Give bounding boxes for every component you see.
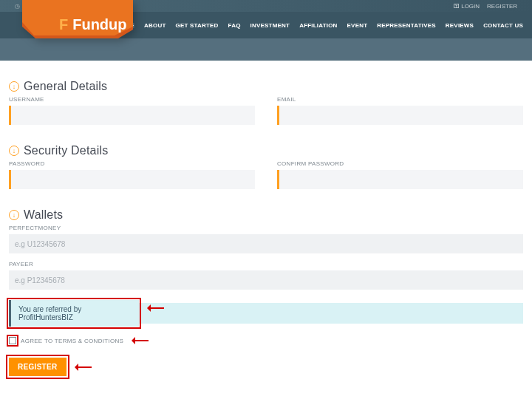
nav-event[interactable]: EVENT: [347, 22, 368, 29]
down-arrow-circle-icon: ↓: [9, 146, 19, 156]
confirm-password-input[interactable]: [277, 170, 523, 189]
login-label: LOGIN: [461, 3, 480, 10]
clock-icon: [15, 3, 22, 10]
register-button[interactable]: REGISTER: [9, 358, 66, 376]
email-label: EMAIL: [277, 96, 523, 103]
password-label: PASSWORD: [9, 160, 255, 167]
agree-checkbox[interactable]: [9, 337, 16, 344]
annotation-arrow-icon: [71, 364, 92, 371]
annotation-arrow-icon: [128, 337, 149, 344]
logo-text: F Fundup: [59, 16, 127, 33]
section-wallets-title: Wallets: [24, 208, 63, 222]
down-arrow-circle-icon: ↓: [9, 210, 19, 220]
logo[interactable]: F Fundup: [22, 0, 133, 46]
section-security-heading: ↓ Security Details: [9, 144, 523, 157]
perfectmoney-input[interactable]: e.g U12345678: [9, 234, 523, 253]
logo-name: Fundup: [72, 16, 126, 33]
register-link[interactable]: REGISTER: [487, 3, 517, 10]
section-security-title: Security Details: [24, 144, 108, 157]
top-auth-links: LOGIN REGISTER: [454, 3, 517, 10]
section-general-heading: ↓ General Details: [9, 80, 523, 93]
referral-notice: You are referred by ProfitHuntersBIZ: [9, 300, 139, 327]
nav-investment[interactable]: INVESTMENT: [250, 22, 290, 29]
nav-affiliation[interactable]: AFFILIATION: [299, 22, 337, 29]
email-input[interactable]: [277, 106, 523, 125]
username-label: USERNAME: [9, 96, 255, 103]
password-input[interactable]: [9, 170, 255, 189]
perfectmoney-label: PERFECTMONEY: [9, 225, 523, 231]
nav-faq[interactable]: FAQ: [228, 22, 241, 29]
payeer-label: PAYEER: [9, 261, 523, 267]
agree-label: AGREE TO TERMS & CONDITIONS: [21, 338, 123, 344]
login-link[interactable]: LOGIN: [454, 3, 480, 10]
nav-contact[interactable]: CONTACT US: [483, 22, 523, 29]
down-arrow-circle-icon: ↓: [9, 81, 19, 92]
logo-mark-icon: F: [59, 16, 68, 33]
nav-representatives[interactable]: REPRESENTATIVES: [377, 22, 436, 29]
lock-icon: [454, 3, 461, 10]
nav-about[interactable]: ABOUT: [144, 22, 166, 29]
payeer-input[interactable]: e.g P12345678: [9, 270, 523, 290]
username-input[interactable]: [9, 106, 255, 125]
section-general-title: General Details: [24, 80, 107, 93]
section-wallets-heading: ↓ Wallets: [9, 208, 523, 222]
annotation-arrow-icon: [143, 304, 164, 312]
nav-get-started[interactable]: GET STARTED: [176, 22, 219, 29]
confirm-password-label: CONFIRM PASSWORD: [277, 160, 523, 167]
nav-reviews[interactable]: REVIEWS: [446, 22, 474, 29]
